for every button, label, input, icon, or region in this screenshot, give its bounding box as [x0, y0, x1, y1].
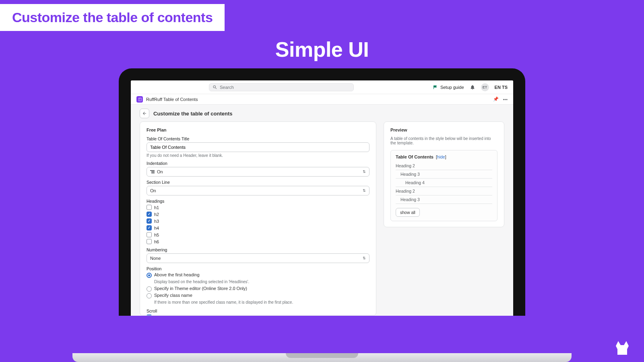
preview-title: Preview	[390, 128, 497, 132]
preview-card: Preview A table of contents in the style…	[384, 121, 504, 227]
checkbox-icon	[147, 218, 152, 224]
scroll-check-item[interactable]: Enable animation for scroll	[147, 315, 369, 316]
headings-label: Headings	[147, 199, 369, 204]
checkbox-icon	[147, 225, 152, 230]
laptop-frame: Search Setup guide ET EN TS ◫ RuffRuff T…	[119, 68, 525, 316]
preview-toc-title: Table Of Contents	[396, 154, 433, 159]
numbering-label: Numbering	[147, 247, 369, 252]
toc-title-label: Table Of Contents Title	[147, 136, 369, 141]
heading-check-label: h3	[154, 219, 159, 224]
avatar[interactable]: ET	[481, 83, 489, 91]
flag-icon	[433, 85, 438, 90]
heading-check-label: h1	[154, 205, 159, 210]
banner-title: Customize the table of contents	[0, 4, 225, 31]
heading-check-label: h5	[154, 232, 159, 237]
checkbox-icon	[147, 315, 152, 316]
radio-icon	[147, 293, 152, 298]
headings-checklist: h1h2h3h4h5h6	[147, 205, 369, 244]
position-radio-label: Specify in Theme editor (Online Store 2.…	[154, 286, 247, 291]
preview-item[interactable]: Heading 4	[396, 179, 492, 187]
position-radio-label: Above the first heading	[154, 272, 200, 277]
position-radio-label: Specify class name	[154, 293, 192, 298]
search-icon	[213, 85, 217, 90]
indentation-value: On	[157, 169, 163, 174]
numbering-value: None	[150, 256, 161, 261]
scroll-label: Scroll	[147, 309, 369, 313]
more-icon[interactable]: •••	[503, 97, 508, 102]
back-button[interactable]	[140, 109, 149, 118]
position-radio-2[interactable]: Specify class name	[147, 293, 369, 298]
preview-item[interactable]: Heading 3	[396, 170, 492, 179]
bell-icon[interactable]	[470, 84, 475, 90]
preview-desc: A table of contents in the style below w…	[390, 136, 497, 145]
chevron-updown-icon: ⇅	[363, 256, 366, 260]
heading-check-label: h2	[154, 212, 159, 217]
chevron-updown-icon: ⇅	[363, 189, 366, 193]
app-screen: Search Setup guide ET EN TS ◫ RuffRuff T…	[131, 80, 513, 316]
search-placeholder: Search	[220, 85, 234, 90]
checkbox-icon	[147, 212, 152, 217]
chevron-updown-icon: ⇅	[363, 170, 366, 174]
pin-icon[interactable]: 📌	[493, 97, 499, 102]
checkbox-icon	[147, 239, 152, 244]
radio-icon	[147, 286, 152, 292]
preview-item[interactable]: Heading 2	[396, 162, 492, 170]
app-icon: ◫	[136, 96, 143, 103]
search-input[interactable]: Search	[209, 83, 354, 91]
app-name: RuffRuff Table of Contents	[146, 97, 198, 102]
heading-check-h2[interactable]: h2	[147, 212, 369, 217]
page-header: Customize the table of contents	[131, 105, 513, 121]
position-radio-sub: If there is more than one specified clas…	[154, 300, 369, 304]
preview-hide-toggle[interactable]: [hide]	[436, 154, 446, 159]
heading-check-h3[interactable]: h3	[147, 218, 369, 224]
toc-title-input[interactable]	[147, 142, 369, 152]
heading-check-label: h4	[154, 226, 159, 230]
position-radio-0[interactable]: Above the first heading	[147, 272, 369, 278]
setup-guide-link[interactable]: Setup guide	[433, 85, 464, 90]
position-label: Position	[147, 266, 369, 271]
page-title: Customize the table of contents	[153, 111, 232, 117]
show-all-button[interactable]: show all	[396, 208, 420, 217]
toc-title-help: If you do not need a Header, leave it bl…	[147, 153, 369, 158]
indentation-select[interactable]: On ⇅	[147, 167, 369, 177]
preview-box: Table Of Contents [hide] Heading 2Headin…	[390, 150, 497, 221]
indent-icon	[150, 170, 155, 173]
laptop-base	[72, 353, 572, 362]
user-label: EN TS	[495, 85, 508, 90]
brand-dog-icon	[613, 338, 632, 357]
checkbox-icon	[147, 205, 152, 210]
settings-card: Free Plan Table Of Contents Title If you…	[140, 121, 376, 316]
section-line-select[interactable]: On ⇅	[147, 186, 369, 195]
preview-item[interactable]: Heading 2	[396, 187, 492, 195]
checkbox-icon	[147, 232, 152, 237]
app-header: ◫ RuffRuff Table of Contents 📌 •••	[131, 94, 513, 105]
laptop-notch	[286, 353, 358, 358]
indentation-label: Indentation	[147, 161, 369, 166]
topbar: Search Setup guide ET EN TS	[131, 80, 513, 94]
radio-icon	[147, 273, 152, 278]
heading-check-h4[interactable]: h4	[147, 225, 369, 230]
setup-guide-label: Setup guide	[440, 85, 464, 90]
preview-item[interactable]: Heading 3	[396, 195, 492, 204]
heading-check-label: h6	[154, 239, 159, 244]
section-line-value: On	[150, 188, 156, 193]
numbering-select[interactable]: None ⇅	[147, 253, 369, 263]
plan-label: Free Plan	[147, 128, 369, 132]
position-radio-sub: Display based on the heading selected in…	[154, 280, 369, 284]
heading-check-h6[interactable]: h6	[147, 239, 369, 244]
position-radiolist: Above the first headingDisplay based on …	[147, 272, 369, 305]
scroll-check-label: Enable animation for scroll	[154, 315, 206, 316]
position-radio-1[interactable]: Specify in Theme editor (Online Store 2.…	[147, 286, 369, 292]
heading-check-h5[interactable]: h5	[147, 232, 369, 237]
arrow-left-icon	[142, 111, 147, 116]
section-line-label: Section Line	[147, 180, 369, 185]
hero-title: Simple UI	[0, 37, 644, 62]
heading-check-h1[interactable]: h1	[147, 205, 369, 210]
